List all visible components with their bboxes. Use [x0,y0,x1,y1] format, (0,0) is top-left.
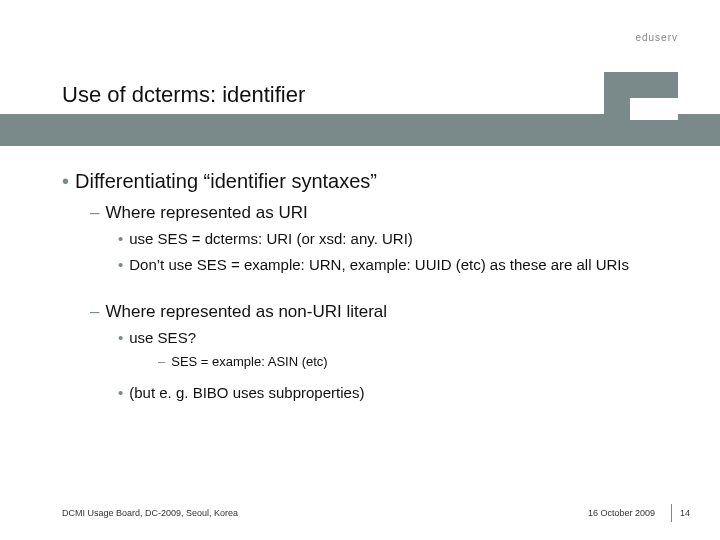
footer-divider [671,504,672,522]
footer-date: 16 October 2009 [588,508,655,518]
bullet-icon: • [62,170,69,192]
slide-title: Use of dcterms: identifier [62,82,720,108]
title-area: Use of dcterms: identifier [62,82,720,116]
bullet-icon: • [118,256,123,273]
bullet-l2: –Where represented as URI [90,203,670,223]
bullet-text: Differentiating “identifier syntaxes” [75,170,377,192]
bullet-text: use SES? [129,329,196,346]
slide-content: •Differentiating “identifier syntaxes” –… [62,170,670,409]
bullet-l3: •(but e. g. BIBO uses subproperties) [118,383,670,403]
bullet-text: use SES = dcterms: URI (or xsd: any. URI… [129,230,413,247]
brand-label: eduserv [635,32,678,43]
bullet-l3: •use SES = dcterms: URI (or xsd: any. UR… [118,229,670,249]
footer-left: DCMI Usage Board, DC-2009, Seoul, Korea [62,508,588,518]
footer-page: 14 [680,508,690,518]
bullet-text: Where represented as non-URI literal [105,302,387,321]
dash-icon: – [90,302,99,321]
bullet-text: Where represented as URI [105,203,307,222]
bullet-icon: • [118,329,123,346]
bullet-icon: • [118,230,123,247]
bullet-l3: •use SES? [118,328,670,348]
bullet-l3: •Don’t use SES = example: URN, example: … [118,255,670,275]
bullet-text: (but e. g. BIBO uses subproperties) [129,384,364,401]
dash-icon: – [158,354,165,369]
bullet-text: Don’t use SES = example: URN, example: U… [129,256,629,273]
dash-icon: – [90,203,99,222]
bullet-text: SES = example: ASIN (etc) [171,354,327,369]
footer: DCMI Usage Board, DC-2009, Seoul, Korea … [62,504,690,522]
bullet-icon: • [118,384,123,401]
bullet-l2: –Where represented as non-URI literal [90,302,670,322]
bullet-l1: •Differentiating “identifier syntaxes” [62,170,670,193]
bullet-l4: –SES = example: ASIN (etc) [158,354,670,369]
